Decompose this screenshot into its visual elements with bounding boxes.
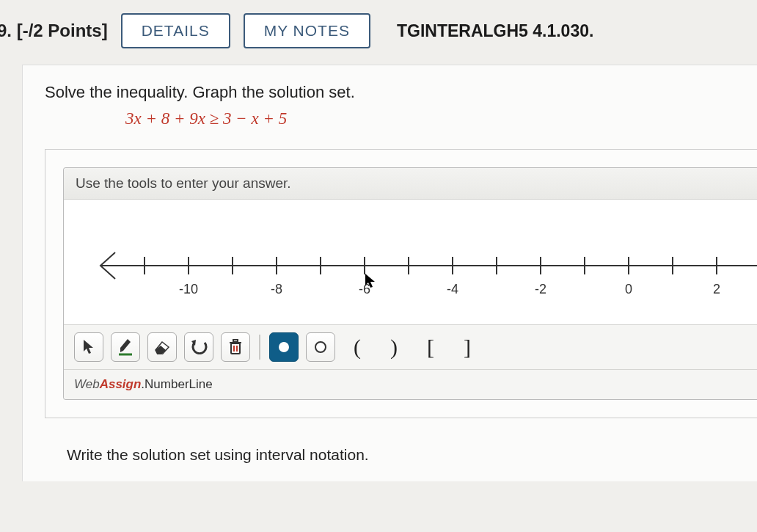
numberline-widget: Use the tools to enter your answer. — [63, 167, 757, 400]
tick-label: 2 — [713, 282, 720, 296]
svg-point-22 — [279, 342, 289, 352]
cursor-icon — [365, 273, 376, 293]
toolbar: ( ) [ ] — [64, 324, 757, 369]
tool-header: Use the tools to enter your answer. — [64, 168, 757, 200]
close-paren-tool[interactable]: ) — [379, 332, 409, 362]
tick-label: -10 — [179, 282, 198, 296]
inequality-rhs: 3 − x + 5 — [223, 109, 287, 128]
draw-tool[interactable] — [111, 332, 140, 362]
open-bracket-tool[interactable]: [ — [416, 332, 445, 362]
qnum-digit: 9. — [0, 21, 12, 40]
question-number: 9. [-/2 Points] — [0, 21, 108, 41]
tick-label: -8 — [271, 282, 282, 296]
branding-bar: WebAssign.NumberLine — [64, 369, 757, 399]
reference-code: TGINTERALGH5 4.1.030. — [397, 21, 593, 41]
toolbar-separator — [259, 335, 260, 360]
my-notes-button[interactable]: MY NOTES — [244, 13, 370, 48]
branding-web: Web — [74, 377, 100, 391]
branding-assign: Assign — [100, 377, 142, 391]
numberline-canvas[interactable]: -10 -8 -6 -4 -2 0 2 4 — [64, 200, 757, 324]
inequality-lhs: 3x + 8 + 9x — [125, 109, 205, 128]
open-point-tool[interactable] — [306, 332, 335, 362]
inequality-expression: 3x + 8 + 9x ≥ 3 − x + 5 — [125, 109, 757, 128]
numberline-svg: -10 -8 -6 -4 -2 0 2 4 — [64, 200, 757, 324]
instruction-text: Solve the inequality. Graph the solution… — [45, 83, 757, 102]
closed-point-tool[interactable] — [269, 332, 299, 362]
tick-label: 0 — [625, 282, 632, 296]
pointer-tool[interactable] — [74, 332, 103, 362]
question-body: Solve the inequality. Graph the solution… — [22, 65, 757, 481]
svg-rect-17 — [231, 343, 240, 354]
open-circle-icon — [315, 341, 326, 353]
delete-tool[interactable] — [221, 332, 250, 362]
open-paren-tool[interactable]: ( — [343, 332, 372, 362]
close-bracket-tool[interactable]: ] — [453, 332, 482, 362]
branding-numberline: NumberLine — [145, 377, 213, 391]
inequality-operator: ≥ — [210, 109, 219, 128]
answer-panel: Use the tools to enter your answer. — [45, 149, 757, 418]
points-label: [-/2 Points] — [17, 21, 108, 40]
erase-tool[interactable] — [147, 332, 177, 362]
svg-rect-19 — [233, 340, 238, 342]
tick-label: -4 — [447, 282, 458, 296]
question-header: 9. [-/2 Points] DETAILS MY NOTES TGINTER… — [0, 0, 757, 65]
tick-label: -2 — [535, 282, 546, 296]
details-button[interactable]: DETAILS — [121, 13, 230, 48]
interval-prompt: Write the solution set using interval no… — [67, 446, 757, 464]
undo-tool[interactable] — [184, 332, 213, 362]
